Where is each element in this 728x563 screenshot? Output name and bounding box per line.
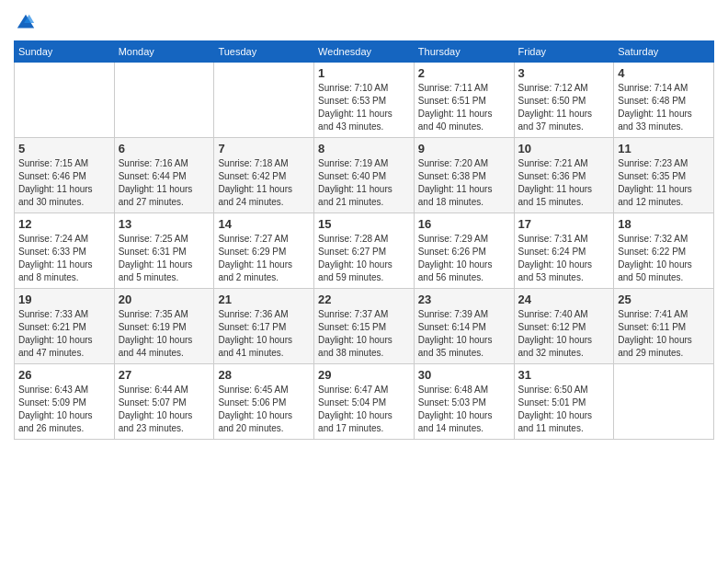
day-number: 9 (418, 142, 510, 155)
day-info: Sunrise: 7:10 AM Sunset: 6:53 PM Dayligh… (318, 82, 410, 133)
day-info: Sunrise: 7:27 AM Sunset: 6:29 PM Dayligh… (218, 233, 310, 284)
day-info: Sunrise: 7:36 AM Sunset: 6:17 PM Dayligh… (218, 308, 310, 360)
day-number: 5 (18, 142, 110, 155)
logo (14, 13, 36, 33)
calendar-cell: 3Sunrise: 7:12 AM Sunset: 6:50 PM Daylig… (514, 63, 614, 138)
day-info: Sunrise: 7:35 AM Sunset: 6:19 PM Dayligh… (119, 308, 210, 360)
weekday-header: Sunday (15, 41, 115, 63)
day-number: 1 (318, 66, 410, 80)
day-info: Sunrise: 6:45 AM Sunset: 5:06 PM Dayligh… (218, 384, 310, 435)
calendar-table: SundayMondayTuesdayWednesdayThursdayFrid… (14, 40, 714, 440)
day-number: 8 (318, 142, 410, 155)
day-number: 7 (218, 142, 310, 155)
day-number: 4 (618, 66, 710, 80)
day-number: 31 (518, 368, 610, 382)
calendar-cell (214, 63, 314, 138)
day-number: 30 (418, 368, 510, 382)
day-info: Sunrise: 7:29 AM Sunset: 6:26 PM Dayligh… (418, 233, 510, 284)
day-info: Sunrise: 7:16 AM Sunset: 6:44 PM Dayligh… (119, 157, 210, 209)
day-info: Sunrise: 7:28 AM Sunset: 6:27 PM Dayligh… (318, 233, 410, 284)
calendar-cell: 28Sunrise: 6:45 AM Sunset: 5:06 PM Dayli… (214, 364, 314, 440)
calendar-cell: 13Sunrise: 7:25 AM Sunset: 6:31 PM Dayli… (114, 213, 214, 289)
day-number: 3 (518, 66, 610, 80)
day-number: 14 (218, 217, 310, 231)
day-number: 12 (18, 217, 110, 231)
calendar-cell: 26Sunrise: 6:43 AM Sunset: 5:09 PM Dayli… (15, 364, 115, 440)
calendar-cell: 2Sunrise: 7:11 AM Sunset: 6:51 PM Daylig… (414, 63, 514, 138)
calendar-cell: 1Sunrise: 7:10 AM Sunset: 6:53 PM Daylig… (314, 63, 415, 138)
day-number: 6 (119, 142, 210, 155)
calendar-cell (15, 63, 115, 138)
day-info: Sunrise: 7:12 AM Sunset: 6:50 PM Dayligh… (518, 82, 610, 133)
day-number: 17 (518, 217, 610, 231)
day-info: Sunrise: 6:48 AM Sunset: 5:03 PM Dayligh… (418, 384, 510, 435)
calendar-row: 19Sunrise: 7:33 AM Sunset: 6:21 PM Dayli… (15, 289, 714, 364)
day-info: Sunrise: 7:37 AM Sunset: 6:15 PM Dayligh… (318, 308, 410, 360)
day-number: 19 (18, 293, 110, 306)
day-info: Sunrise: 7:39 AM Sunset: 6:14 PM Dayligh… (418, 308, 510, 360)
day-info: Sunrise: 7:19 AM Sunset: 6:40 PM Dayligh… (318, 157, 410, 209)
calendar-cell: 25Sunrise: 7:41 AM Sunset: 6:11 PM Dayli… (614, 289, 714, 364)
calendar-cell: 4Sunrise: 7:14 AM Sunset: 6:48 PM Daylig… (614, 63, 714, 138)
day-info: Sunrise: 6:44 AM Sunset: 5:07 PM Dayligh… (119, 384, 210, 435)
day-info: Sunrise: 7:14 AM Sunset: 6:48 PM Dayligh… (618, 82, 710, 133)
header (14, 9, 714, 33)
day-number: 27 (119, 368, 210, 382)
weekday-header: Friday (514, 41, 614, 63)
calendar-cell: 20Sunrise: 7:35 AM Sunset: 6:19 PM Dayli… (114, 289, 214, 364)
calendar-cell (114, 63, 214, 138)
weekday-header-row: SundayMondayTuesdayWednesdayThursdayFrid… (15, 41, 714, 63)
day-number: 29 (318, 368, 410, 382)
day-number: 24 (518, 293, 610, 306)
day-info: Sunrise: 7:31 AM Sunset: 6:24 PM Dayligh… (518, 233, 610, 284)
calendar-cell: 6Sunrise: 7:16 AM Sunset: 6:44 PM Daylig… (114, 138, 214, 213)
calendar-cell: 30Sunrise: 6:48 AM Sunset: 5:03 PM Dayli… (414, 364, 514, 440)
calendar-cell: 5Sunrise: 7:15 AM Sunset: 6:46 PM Daylig… (15, 138, 115, 213)
calendar-cell: 21Sunrise: 7:36 AM Sunset: 6:17 PM Dayli… (214, 289, 314, 364)
day-info: Sunrise: 7:24 AM Sunset: 6:33 PM Dayligh… (18, 233, 110, 284)
calendar-row: 1Sunrise: 7:10 AM Sunset: 6:53 PM Daylig… (15, 63, 714, 138)
day-number: 26 (18, 368, 110, 382)
day-number: 15 (318, 217, 410, 231)
day-info: Sunrise: 7:23 AM Sunset: 6:35 PM Dayligh… (618, 157, 710, 209)
day-number: 23 (418, 293, 510, 306)
calendar-cell: 14Sunrise: 7:27 AM Sunset: 6:29 PM Dayli… (214, 213, 314, 289)
day-info: Sunrise: 7:25 AM Sunset: 6:31 PM Dayligh… (119, 233, 210, 284)
day-info: Sunrise: 6:50 AM Sunset: 5:01 PM Dayligh… (518, 384, 610, 435)
day-info: Sunrise: 6:47 AM Sunset: 5:04 PM Dayligh… (318, 384, 410, 435)
calendar-cell: 15Sunrise: 7:28 AM Sunset: 6:27 PM Dayli… (314, 213, 415, 289)
calendar-row: 26Sunrise: 6:43 AM Sunset: 5:09 PM Dayli… (15, 364, 714, 440)
day-number: 11 (618, 142, 710, 155)
day-number: 21 (218, 293, 310, 306)
day-info: Sunrise: 7:20 AM Sunset: 6:38 PM Dayligh… (418, 157, 510, 209)
day-info: Sunrise: 7:41 AM Sunset: 6:11 PM Dayligh… (618, 308, 710, 360)
day-number: 10 (518, 142, 610, 155)
calendar-cell: 10Sunrise: 7:21 AM Sunset: 6:36 PM Dayli… (514, 138, 614, 213)
day-info: Sunrise: 7:11 AM Sunset: 6:51 PM Dayligh… (418, 82, 510, 133)
day-number: 28 (218, 368, 310, 382)
calendar-cell: 22Sunrise: 7:37 AM Sunset: 6:15 PM Dayli… (314, 289, 415, 364)
calendar-cell: 29Sunrise: 6:47 AM Sunset: 5:04 PM Dayli… (314, 364, 415, 440)
calendar-cell: 9Sunrise: 7:20 AM Sunset: 6:38 PM Daylig… (414, 138, 514, 213)
weekday-header: Saturday (614, 41, 714, 63)
calendar-cell: 12Sunrise: 7:24 AM Sunset: 6:33 PM Dayli… (15, 213, 115, 289)
calendar-row: 12Sunrise: 7:24 AM Sunset: 6:33 PM Dayli… (15, 213, 714, 289)
calendar-cell: 18Sunrise: 7:32 AM Sunset: 6:22 PM Dayli… (614, 213, 714, 289)
day-info: Sunrise: 6:43 AM Sunset: 5:09 PM Dayligh… (18, 384, 110, 435)
day-number: 2 (418, 66, 510, 80)
calendar-cell: 31Sunrise: 6:50 AM Sunset: 5:01 PM Dayli… (514, 364, 614, 440)
calendar-cell: 24Sunrise: 7:40 AM Sunset: 6:12 PM Dayli… (514, 289, 614, 364)
day-number: 18 (618, 217, 710, 231)
calendar-cell: 7Sunrise: 7:18 AM Sunset: 6:42 PM Daylig… (214, 138, 314, 213)
calendar-cell: 11Sunrise: 7:23 AM Sunset: 6:35 PM Dayli… (614, 138, 714, 213)
day-number: 25 (618, 293, 710, 306)
weekday-header: Thursday (414, 41, 514, 63)
day-info: Sunrise: 7:18 AM Sunset: 6:42 PM Dayligh… (218, 157, 310, 209)
day-info: Sunrise: 7:33 AM Sunset: 6:21 PM Dayligh… (18, 308, 110, 360)
calendar-cell: 23Sunrise: 7:39 AM Sunset: 6:14 PM Dayli… (414, 289, 514, 364)
calendar-cell: 19Sunrise: 7:33 AM Sunset: 6:21 PM Dayli… (15, 289, 115, 364)
calendar-page: SundayMondayTuesdayWednesdayThursdayFrid… (0, 0, 728, 563)
calendar-cell: 8Sunrise: 7:19 AM Sunset: 6:40 PM Daylig… (314, 138, 415, 213)
calendar-row: 5Sunrise: 7:15 AM Sunset: 6:46 PM Daylig… (15, 138, 714, 213)
logo-icon (16, 13, 36, 33)
